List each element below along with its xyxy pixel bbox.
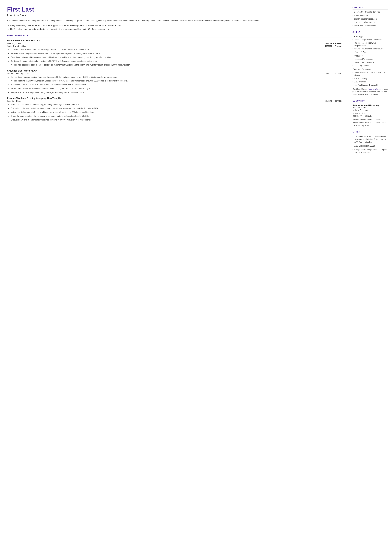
role-dates-1-0: 05/2017 – 10/2019	[325, 72, 342, 75]
skill-0-1: Barcode labeling software (Experienced)	[352, 42, 388, 47]
edu-awards: Awards: Resume Worded Teaching Fellow (o…	[352, 118, 388, 127]
company-name-0: Resume Worded, New York, NY	[7, 39, 342, 42]
edu-block: Resume Worded University Bachelor of Art…	[352, 104, 388, 127]
scan-note-prefix: Don't forget to use	[352, 88, 368, 90]
other-list: Volunteered in a 3-month Community Devel…	[352, 135, 388, 154]
role-row-0-1: Junior Inventory Clerk 10/2018 – Present	[7, 45, 342, 47]
skills-list-1: Logistics Management Warehouse Operation…	[352, 58, 388, 67]
contact-section: CONTACT Denver, OH (Open to Remote) +1-2…	[352, 6, 388, 27]
contact-item-2: email@resumeworded.com	[352, 18, 388, 20]
role-title-2-0: Inventory Clerk	[7, 100, 21, 102]
bullet-2-3: Created weekly reports of the Inventory …	[11, 115, 342, 118]
resume-header: First Last Inventory Clerk A committed a…	[7, 6, 342, 31]
work-experience-heading: WORK EXPERIENCE	[7, 34, 342, 37]
bullet-2-0: Maintained control of all the Inventory,…	[11, 103, 342, 106]
skills-cat-1: Techniques:	[352, 55, 388, 57]
role-dates-2-0: 08/2012 – 01/2015	[325, 100, 342, 102]
skill-1-0: Logistics Management	[352, 58, 388, 61]
job-bullets-0: Completed physical inventories maintaini…	[11, 48, 342, 67]
skills-section: SKILLS Technology Bill of lading softwar…	[352, 31, 388, 96]
job-block-2: Resume Worded's Exciting Company, New Yo…	[7, 97, 342, 122]
skill-0-0: Bill of lading software (Advanced)	[352, 38, 388, 41]
bullet-2-1: Ensured all orders requested were comple…	[11, 107, 342, 110]
bullet-1-0: Verified items received against Purchase…	[11, 76, 342, 79]
edu-minor: Minors in History	[352, 112, 388, 114]
role-row-2-0: Inventory Clerk 08/2012 – 01/2015	[7, 100, 342, 102]
bullet-0-2: Traced and catalogued transfers of commo…	[11, 56, 342, 59]
skills-list-0: Bill of lading software (Advanced) Barco…	[352, 38, 388, 54]
bullet-2-2: Maintained daily reports in Excel of all…	[11, 111, 342, 114]
role-dates-0-1: 10/2018 – Present	[325, 45, 342, 47]
summary-bullet-1: Analyzed quantity differences and contac…	[10, 24, 342, 27]
skill-2-2: ABC analysis	[352, 81, 388, 83]
education-section: EDUCATION Resume Worded University Bache…	[352, 100, 388, 127]
role-title-0-0: Inventory Clerk	[7, 42, 21, 44]
main-column: First Last Inventory Clerk A committed a…	[0, 0, 348, 554]
skill-0-3: Microsoft Word	[352, 51, 388, 54]
other-item-2: Completed 5+ competitions on Logistics B…	[352, 148, 388, 154]
edu-major: Major in Economics	[352, 109, 388, 112]
bullet-0-4: Worked with deadlines each month to capt…	[11, 63, 342, 66]
bullet-2-4: Executed daily and monthly safety meetin…	[11, 119, 342, 121]
role-row-0-0: Inventory Clerk 07/2019 – Present	[7, 42, 342, 44]
job-title: Inventory Clerk	[7, 14, 342, 17]
role-row-1-0: Material Inventory Clerk 05/2017 – 10/20…	[7, 72, 342, 75]
other-item-1: ABC Certification (2022)	[352, 145, 388, 147]
job-block-0: Resume Worded, New York, NY Inventory Cl…	[7, 39, 342, 67]
contact-item-3: linkedin.com/in/username	[352, 21, 388, 24]
summary-bullet-2: Notified all salespersons of any shortag…	[10, 28, 342, 31]
skills-cat-0: Technology	[352, 35, 388, 38]
skill-1-1: Warehouse Operations	[352, 61, 388, 64]
skills-heading: SKILLS	[352, 31, 388, 34]
bullet-1-3: Implemented a 38% reduction in labour co…	[11, 87, 342, 90]
resume-worded-link[interactable]: Resume Worded	[368, 88, 381, 90]
other-heading: OTHER	[352, 131, 388, 134]
company-name-1: Growthsi, San Francisco, CA	[7, 70, 342, 72]
edu-degree: Bachelor of Arts	[352, 107, 388, 109]
job-block-1: Growthsi, San Francisco, CA Material Inv…	[7, 70, 342, 94]
skills-list-2: Automated Data Collection/ Barcode Scans…	[352, 71, 388, 86]
bullet-1-1: Worked from Purchase Order, Material Shi…	[11, 79, 342, 83]
other-section: OTHER Volunteered in a 3-month Community…	[352, 131, 388, 154]
edu-school: Resume Worded University	[352, 104, 388, 106]
contact-item-0: Denver, OH (Open to Remote)	[352, 11, 388, 14]
sidebar: CONTACT Denver, OH (Open to Remote) +1-2…	[348, 0, 392, 554]
skill-1-2: Inventory Control	[352, 64, 388, 67]
bullet-0-1: Retained 100% compliance with Department…	[11, 52, 342, 55]
contact-item-1: +1-234-456-789	[352, 14, 388, 17]
job-bullets-2: Maintained control of all the Inventory,…	[11, 103, 342, 122]
summary-bullets: Analyzed quantity differences and contac…	[10, 24, 342, 31]
skill-0-2: Oracle JD Edwards EnterpriseOne	[352, 48, 388, 50]
contact-list: Denver, OH (Open to Remote) +1-234-456-7…	[352, 11, 388, 27]
bullet-0-3: Strategized, implemented and maintained …	[11, 60, 342, 63]
bullet-0-0: Completed physical inventories maintaini…	[11, 48, 342, 51]
role-dates-0-0: 07/2019 – Present	[325, 42, 342, 44]
contact-heading: CONTACT	[352, 6, 388, 9]
skills-cat-2: Tools and Frameworks:	[352, 68, 388, 70]
contact-item-4: github.com/resumeworded	[352, 24, 388, 27]
skill-2-0: Automated Data Collection/ Barcode Scans	[352, 71, 388, 77]
job-bullets-1: Verified items received against Purchase…	[11, 76, 342, 94]
skill-2-1: Cycle Counting	[352, 77, 388, 80]
education-heading: EDUCATION	[352, 100, 388, 103]
bullet-1-2: Received materials and parts from transp…	[11, 83, 342, 86]
edu-location-date: Boston, MA — 05/2017	[352, 114, 388, 117]
other-item-0: Volunteered in a 3-month Community Devel…	[352, 135, 388, 144]
candidate-name: First Last	[7, 6, 342, 13]
bullet-1-4: Responsible for detecting and reporting …	[11, 91, 342, 94]
summary-text: A committed and detail-oriented professi…	[7, 19, 342, 22]
role-title-1-0: Material Inventory Clerk	[7, 72, 29, 75]
scan-note: Don't forget to use Resume Worded to sca…	[352, 88, 388, 96]
skill-2-3: Lot Tracking and Traceability	[352, 84, 388, 87]
company-name-2: Resume Worded's Exciting Company, New Yo…	[7, 97, 342, 99]
role-title-0-1: Junior Inventory Clerk	[7, 45, 27, 47]
